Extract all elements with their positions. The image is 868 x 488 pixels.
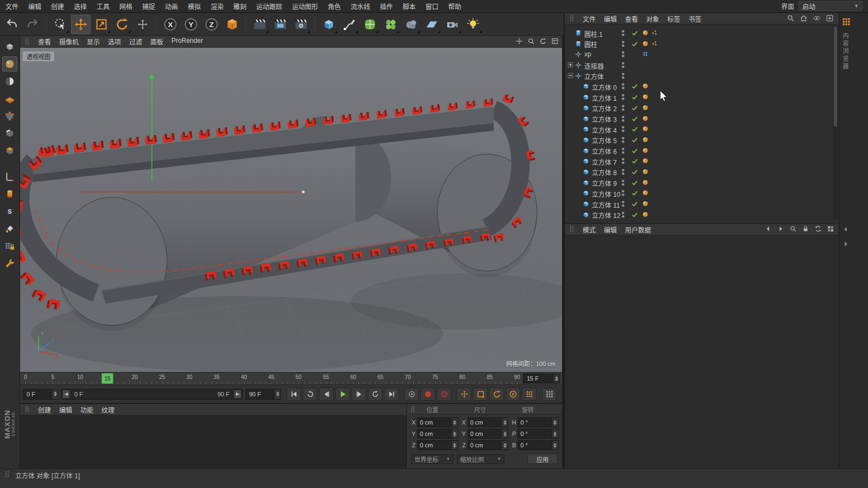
camera-button[interactable]: [443, 15, 462, 34]
object-row[interactable]: 立方体 10: [565, 188, 839, 198]
paint-tool-button[interactable]: [2, 221, 17, 236]
workplane-lock-button[interactable]: [2, 239, 17, 254]
layout-select[interactable]: 启动 ▼: [799, 1, 863, 11]
frame-range-slider[interactable]: ◀ 0 F 90 F ▶: [61, 389, 243, 400]
axis-y-button[interactable]: Y: [181, 15, 201, 34]
menu-item[interactable]: 创建: [38, 405, 51, 414]
enabled-check-icon[interactable]: [631, 104, 639, 112]
visibility-dots-icon[interactable]: [621, 61, 626, 69]
axis-z-button[interactable]: Z: [202, 15, 221, 34]
tagball-icon[interactable]: [642, 40, 649, 47]
menu-item[interactable]: 对象: [646, 14, 659, 23]
object-label[interactable]: 立方体 5: [592, 136, 617, 145]
menu-item[interactable]: 网格: [119, 2, 132, 11]
menu-item[interactable]: 工具: [97, 2, 110, 11]
menu-item[interactable]: 窗口: [425, 2, 438, 11]
palette-icon[interactable]: [842, 17, 851, 26]
object-row[interactable]: 立方体 6: [565, 145, 839, 156]
coord-system-button[interactable]: [222, 15, 242, 34]
polygons-mode-button[interactable]: [2, 143, 17, 158]
object-row[interactable]: 立方体 5: [565, 134, 839, 145]
visibility-dots-icon[interactable]: [621, 136, 626, 144]
tagball-icon[interactable]: [642, 211, 649, 218]
object-label[interactable]: 立方体 3: [592, 114, 617, 124]
tagdots-icon[interactable]: [651, 29, 658, 36]
stepper-icon[interactable]: [552, 429, 558, 438]
enabled-check-icon[interactable]: [631, 168, 639, 176]
coord-field-input[interactable]: 0 °: [518, 429, 559, 439]
enabled-check-icon[interactable]: [631, 93, 639, 101]
dock-forward-icon[interactable]: [842, 240, 850, 249]
autokeying-button[interactable]: [420, 388, 435, 401]
visibility-dots-icon[interactable]: [621, 178, 626, 187]
menu-item[interactable]: 选项: [108, 37, 121, 46]
visibility-dots-icon[interactable]: [621, 93, 626, 101]
tagball-icon[interactable]: [642, 93, 649, 100]
stepper-icon[interactable]: [553, 374, 559, 383]
menu-item[interactable]: 脚本: [403, 2, 416, 11]
stepper-icon[interactable]: [451, 441, 458, 450]
menu-item[interactable]: 面板: [150, 37, 163, 46]
enable-snap-button[interactable]: S: [2, 204, 17, 219]
sync-icon[interactable]: [814, 225, 822, 234]
grip-icon[interactable]: [410, 406, 416, 413]
menu-item[interactable]: 模式: [583, 225, 596, 234]
home-icon[interactable]: [800, 14, 808, 23]
enabled-check-icon[interactable]: [631, 211, 639, 219]
object-row[interactable]: 圆柱.1: [565, 28, 839, 38]
enabled-check-icon[interactable]: [631, 29, 639, 37]
tagball-icon[interactable]: [642, 136, 649, 143]
visibility-dots-icon[interactable]: [621, 29, 626, 37]
move-button[interactable]: [71, 15, 91, 34]
texture-mode-button[interactable]: [2, 74, 17, 89]
tagdots-icon[interactable]: [651, 40, 658, 47]
menu-item[interactable]: 编辑: [28, 2, 41, 11]
next-frame-button[interactable]: [352, 388, 366, 401]
grip-icon[interactable]: [24, 406, 30, 413]
visibility-dots-icon[interactable]: [621, 210, 626, 219]
coord-system-select[interactable]: 世界坐标▼: [411, 454, 454, 464]
tagxpresso-icon[interactable]: [642, 50, 649, 57]
coord-field-input[interactable]: 0 cm: [417, 418, 458, 427]
keyframe-presets-button[interactable]: [542, 388, 557, 401]
tagball-icon[interactable]: [642, 82, 649, 89]
undo-button[interactable]: [2, 15, 22, 34]
workplane-mode-button[interactable]: [2, 91, 17, 106]
enabled-check-icon[interactable]: [631, 200, 639, 208]
subdivision-surface-button[interactable]: [360, 15, 380, 34]
tagball-icon[interactable]: [642, 200, 649, 207]
nav-back-icon[interactable]: [764, 225, 772, 234]
play-forwards-button[interactable]: [335, 388, 350, 401]
play-backwards-button[interactable]: [303, 388, 317, 401]
enabled-check-icon[interactable]: [631, 179, 639, 187]
object-label[interactable]: 圆柱: [584, 40, 597, 49]
grip-icon[interactable]: [569, 226, 575, 233]
scale-button[interactable]: [92, 15, 111, 34]
menu-item[interactable]: 捕捉: [142, 2, 155, 11]
visibility-dots-icon[interactable]: [621, 114, 626, 123]
object-label[interactable]: 立方体 6: [592, 146, 617, 156]
enabled-check-icon[interactable]: [631, 40, 639, 48]
orbit-view-icon[interactable]: [538, 37, 548, 46]
object-row[interactable]: 立方体 11: [565, 198, 839, 209]
visibility-dots-icon[interactable]: [621, 50, 626, 59]
menu-item[interactable]: 雕刻: [233, 2, 246, 11]
render-picture-viewer-button[interactable]: [271, 15, 290, 34]
menu-item[interactable]: 运动跟踪: [256, 2, 282, 11]
menu-item[interactable]: 选择: [74, 2, 87, 11]
menu-item[interactable]: 标签: [667, 14, 680, 23]
axis-x-button[interactable]: X: [161, 15, 180, 34]
pan-view-icon[interactable]: [514, 37, 524, 46]
visibility-dots-icon[interactable]: [621, 146, 626, 155]
key-rotation-button[interactable]: [489, 388, 504, 401]
menu-item[interactable]: 文件: [583, 14, 596, 23]
key-position-button[interactable]: [457, 388, 471, 401]
object-row[interactable]: 连接器: [565, 60, 839, 70]
visibility-dots-icon[interactable]: [621, 40, 626, 48]
object-label[interactable]: 立方体 11: [592, 200, 620, 209]
object-label[interactable]: 圆柱.1: [584, 29, 603, 38]
object-label[interactable]: 立方体 1: [592, 93, 617, 102]
object-label[interactable]: 立方体 10: [592, 189, 621, 198]
lock-icon[interactable]: [802, 225, 809, 234]
search-icon[interactable]: [787, 14, 795, 23]
